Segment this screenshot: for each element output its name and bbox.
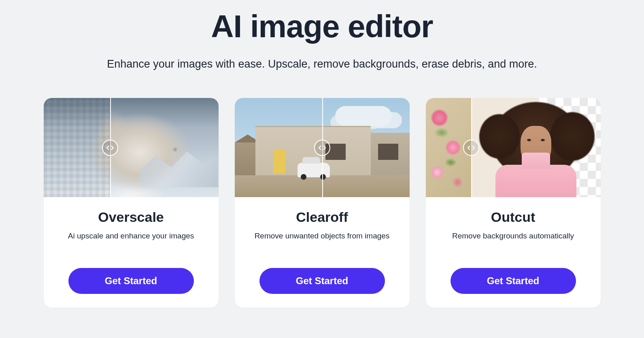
- card-clearoff: Clearoff Remove unwanted objects from im…: [235, 98, 410, 308]
- card-outcut: Outcut Remove backgrounds automatically …: [426, 98, 601, 308]
- card-outcut-preview: [426, 98, 601, 197]
- card-overscale-cta[interactable]: Get Started: [68, 268, 194, 294]
- leopard-image: [44, 98, 219, 197]
- card-clearoff-title: Clearoff: [246, 209, 398, 225]
- compare-slider-icon[interactable]: [102, 140, 118, 156]
- portrait-image: [426, 98, 601, 197]
- page-title: AI image editor: [28, 8, 616, 45]
- card-overscale-title: Overscale: [55, 209, 207, 225]
- card-overscale-preview: [44, 98, 219, 197]
- feature-cards: Overscale Ai upscale and enhance your im…: [28, 98, 616, 308]
- card-outcut-title: Outcut: [437, 209, 589, 225]
- compare-slider-icon[interactable]: [463, 140, 479, 156]
- card-overscale-description: Ai upscale and enhance your images: [55, 232, 207, 240]
- page-subtitle: Enhance your images with ease. Upscale, …: [28, 58, 616, 70]
- card-overscale: Overscale Ai upscale and enhance your im…: [44, 98, 219, 308]
- card-clearoff-cta[interactable]: Get Started: [259, 268, 385, 294]
- card-outcut-description: Remove backgrounds automatically: [437, 232, 589, 240]
- card-outcut-cta[interactable]: Get Started: [451, 268, 576, 294]
- card-clearoff-preview: [235, 98, 410, 197]
- card-clearoff-description: Remove unwanted objects from images: [246, 232, 398, 240]
- compare-slider-icon[interactable]: [314, 140, 330, 156]
- car-object: [298, 163, 330, 177]
